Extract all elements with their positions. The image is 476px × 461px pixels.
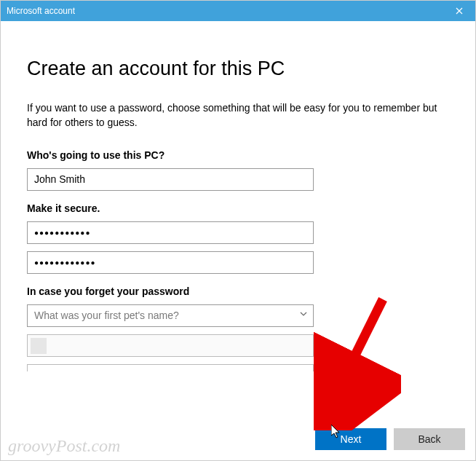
confirm-password-input[interactable]: ●●●●●●●●●●●● xyxy=(27,251,314,274)
chevron-down-icon xyxy=(299,310,308,320)
next-button[interactable]: Next xyxy=(315,428,386,450)
dialog-footer: Next Back xyxy=(315,428,465,450)
titlebar: Microsoft account xyxy=(1,1,475,21)
username-input[interactable] xyxy=(27,168,314,191)
dialog-window: Microsoft account Create an account for … xyxy=(0,0,476,461)
extra-field-cutoff xyxy=(27,364,314,371)
watermark-text: groovyPost.com xyxy=(8,436,120,456)
password-label: Make it secure. xyxy=(27,202,449,214)
page-description: If you want to use a password, choose so… xyxy=(27,101,449,130)
username-label: Who's going to use this PC? xyxy=(27,149,449,161)
window-title: Microsoft account xyxy=(7,6,75,16)
hint-label: In case you forget your password xyxy=(27,285,449,297)
security-question-value: What was your first pet's name? xyxy=(34,310,179,321)
close-button[interactable] xyxy=(443,1,475,21)
security-question-select[interactable]: What was your first pet's name? xyxy=(27,304,314,327)
back-button[interactable]: Back xyxy=(394,428,465,450)
dialog-content: Create an account for this PC If you wan… xyxy=(1,21,475,371)
password-input[interactable]: ●●●●●●●●●●● xyxy=(27,221,314,244)
page-title: Create an account for this PC xyxy=(27,58,449,80)
security-answer-input[interactable] xyxy=(27,334,314,357)
